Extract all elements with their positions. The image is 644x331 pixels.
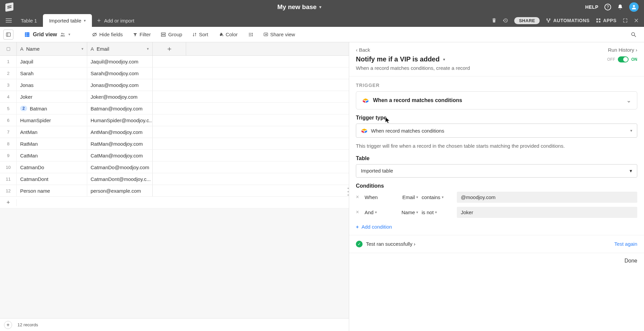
filter-button[interactable]: Filter bbox=[129, 30, 155, 39]
cell-name[interactable]: 2Batman bbox=[17, 103, 87, 114]
back-button[interactable]: ‹ Back bbox=[356, 47, 370, 53]
tab-imported-table[interactable]: Imported table ▾ bbox=[43, 14, 92, 27]
expand-icon[interactable] bbox=[623, 18, 628, 23]
automation-title[interactable]: Notify me if a VIP is added bbox=[356, 55, 440, 63]
chevron-down-icon[interactable]: ⌄ bbox=[627, 97, 631, 104]
chevron-down-icon[interactable]: ▾ bbox=[84, 18, 86, 23]
cell-email[interactable]: person@example.com bbox=[87, 185, 153, 196]
test-status-text[interactable]: Test ran successfully › bbox=[366, 241, 416, 247]
trash-icon[interactable] bbox=[491, 18, 497, 23]
column-header-name[interactable]: A Name ▾ bbox=[17, 42, 87, 55]
table-row[interactable]: 3JonasJonas@moodjoy.com bbox=[0, 79, 349, 91]
cell-email[interactable]: Jonas@moodjoy.com bbox=[87, 79, 153, 91]
trigger-header[interactable]: When a record matches conditions ⌄ bbox=[356, 92, 637, 109]
select-all-checkbox[interactable] bbox=[0, 42, 17, 55]
condition-field-select[interactable]: Email ▾ bbox=[391, 194, 418, 200]
row-number: 11 bbox=[0, 173, 17, 185]
remove-condition-button[interactable]: × bbox=[356, 209, 361, 215]
history-icon[interactable] bbox=[503, 18, 508, 23]
add-or-import-button[interactable]: Add or import bbox=[92, 14, 139, 27]
menu-icon[interactable] bbox=[3, 14, 15, 27]
color-button[interactable]: Color bbox=[214, 30, 242, 39]
cell-name[interactable]: Person name bbox=[17, 185, 87, 196]
column-header-email[interactable]: A Email ▾ bbox=[87, 42, 153, 55]
cell-name[interactable]: Jaquil bbox=[17, 56, 87, 67]
condition-value-input[interactable]: @moodjoy.com bbox=[457, 192, 637, 203]
cell-email[interactable]: Jaquil@moodjoy.com bbox=[87, 56, 153, 67]
base-title[interactable]: My new base bbox=[277, 3, 317, 11]
table-row[interactable]: 1JaquilJaquil@moodjoy.com bbox=[0, 56, 349, 67]
cell-email[interactable]: Joker@moodjoy.com bbox=[87, 91, 153, 102]
table-row[interactable]: 8RatManRatMan@moodjoy.com bbox=[0, 138, 349, 150]
cell-name[interactable]: HumanSpider bbox=[17, 114, 87, 126]
add-record-footer-button[interactable]: + bbox=[4, 321, 12, 329]
cell-email[interactable]: CatmanDont@moodjoy.c... bbox=[87, 173, 153, 185]
expand-badge[interactable]: 2 bbox=[20, 106, 27, 111]
tab-table-1[interactable]: Table 1 bbox=[15, 14, 43, 27]
close-icon[interactable] bbox=[634, 18, 639, 23]
test-again-button[interactable]: Test again bbox=[614, 241, 637, 247]
base-title-dropdown-icon[interactable]: ▾ bbox=[319, 5, 321, 9]
svg-marker-33 bbox=[363, 100, 366, 103]
share-view-button[interactable]: Share view bbox=[259, 30, 299, 39]
sidebar-toggle-button[interactable] bbox=[3, 30, 13, 40]
cell-email[interactable]: Sarah@moodjoy.com bbox=[87, 67, 153, 79]
app-logo[interactable] bbox=[5, 2, 13, 12]
table-row[interactable]: 4JokerJoker@moodjoy.com bbox=[0, 91, 349, 103]
group-button[interactable]: Group bbox=[157, 30, 186, 39]
chevron-down-icon[interactable]: ▾ bbox=[147, 47, 149, 51]
add-column-button[interactable] bbox=[153, 42, 186, 55]
cell-name[interactable]: Joker bbox=[17, 91, 87, 102]
apps-nav[interactable]: APPS bbox=[596, 18, 616, 23]
cell-email[interactable]: Batman@moodjoy.com bbox=[87, 103, 153, 114]
cell-email[interactable]: CatmanDo@moodjoy.com bbox=[87, 161, 153, 173]
cell-name[interactable]: CatmanDo bbox=[17, 161, 87, 173]
view-switcher[interactable]: Grid view ▾ bbox=[21, 30, 74, 39]
table-row[interactable]: 7AntManAntMan@moodjoy.com bbox=[0, 126, 349, 138]
done-button[interactable]: Done bbox=[625, 258, 637, 264]
help-link[interactable]: HELP bbox=[585, 4, 598, 10]
condition-operator-select[interactable]: is not ▾ bbox=[422, 209, 453, 215]
table-row[interactable]: 11CatmanDontCatmanDont@moodjoy.c... bbox=[0, 173, 349, 185]
add-row-button[interactable]: + bbox=[0, 197, 349, 208]
condition-field-select[interactable]: Name ▾ bbox=[391, 209, 418, 215]
condition-operator-select[interactable]: contains ▾ bbox=[422, 194, 453, 200]
automation-toggle[interactable] bbox=[618, 56, 629, 62]
table-row[interactable]: 52BatmanBatman@moodjoy.com bbox=[0, 103, 349, 114]
row-number: 4 bbox=[0, 91, 17, 102]
trigger-type-select[interactable]: When record matches conditions ▾ bbox=[356, 124, 637, 138]
add-condition-button[interactable]: + Add condition bbox=[356, 222, 637, 235]
table-row[interactable]: 2SarahSarah@moodjoy.com bbox=[0, 67, 349, 79]
cell-email[interactable]: AntMan@moodjoy.com bbox=[87, 126, 153, 138]
cell-name[interactable]: RatMan bbox=[17, 138, 87, 149]
table-row[interactable]: 10CatmanDoCatmanDo@moodjoy.com bbox=[0, 161, 349, 173]
chevron-down-icon[interactable]: ▾ bbox=[82, 47, 84, 51]
table-row[interactable]: 12Person nameperson@example.com bbox=[0, 185, 349, 197]
cell-name[interactable]: AntMan bbox=[17, 126, 87, 138]
panel-resize-handle[interactable] bbox=[347, 187, 350, 197]
remove-condition-button[interactable]: × bbox=[356, 194, 361, 200]
sort-button[interactable]: Sort bbox=[188, 30, 212, 39]
help-icon[interactable]: ? bbox=[604, 4, 611, 10]
automations-nav[interactable]: AUTOMATIONS bbox=[546, 18, 589, 23]
search-button[interactable] bbox=[627, 30, 641, 39]
cell-name[interactable]: Jonas bbox=[17, 79, 87, 91]
cell-name[interactable]: Sarah bbox=[17, 67, 87, 79]
condition-prefix[interactable]: And ▾ bbox=[365, 209, 388, 215]
chevron-down-icon[interactable]: ▾ bbox=[443, 57, 445, 62]
share-button[interactable]: SHARE bbox=[514, 17, 540, 24]
row-height-button[interactable] bbox=[244, 31, 257, 39]
run-history-link[interactable]: Run History › bbox=[608, 47, 637, 53]
table-select[interactable]: Imported table ▾ bbox=[356, 164, 637, 178]
cell-name[interactable]: CatmanDont bbox=[17, 173, 87, 185]
hide-fields-button[interactable]: Hide fields bbox=[88, 30, 127, 39]
cell-email[interactable]: RatMan@moodjoy.com bbox=[87, 138, 153, 149]
table-row[interactable]: 9CatManCatMan@moodjoy.com bbox=[0, 150, 349, 161]
cell-email[interactable]: HumanSpider@moodjoy.c... bbox=[87, 114, 153, 126]
user-avatar[interactable] bbox=[629, 2, 639, 12]
cell-name[interactable]: CatMan bbox=[17, 150, 87, 161]
table-row[interactable]: 6HumanSpiderHumanSpider@moodjoy.c... bbox=[0, 114, 349, 126]
condition-value-input[interactable]: Joker bbox=[457, 207, 637, 218]
notifications-icon[interactable] bbox=[617, 4, 623, 10]
cell-email[interactable]: CatMan@moodjoy.com bbox=[87, 150, 153, 161]
